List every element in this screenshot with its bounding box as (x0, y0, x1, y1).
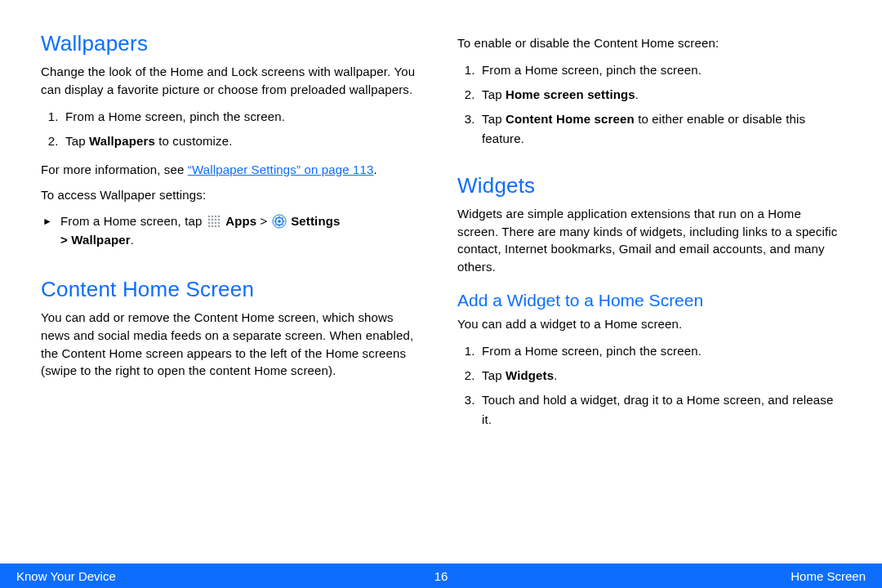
page-footer: Know Your Device 16 Home Screen (0, 564, 882, 588)
wallpapers-crossref: For more information, see “Wallpaper Set… (41, 161, 425, 179)
wallpapers-access-bullet: From a Home screen, tap Apps > (60, 212, 425, 249)
svg-point-18 (278, 220, 281, 223)
list-item: From a Home screen, pinch the screen. (479, 341, 841, 361)
step-text: From a Home screen, pinch the screen. (65, 109, 285, 123)
step-text: From a Home screen, pinch the screen. (482, 63, 702, 77)
step-text: Tap (65, 134, 89, 148)
xref-pre-text: For more information, see (41, 163, 188, 176)
bullet-text: From a Home screen, tap (60, 214, 206, 228)
settings-gear-icon (272, 214, 287, 229)
content-home-heading: Content Home Screen (41, 277, 425, 302)
wallpaper-settings-link[interactable]: “Wallpaper Settings” on page 113 (188, 163, 374, 176)
wallpapers-description: Change the look of the Home and Lock scr… (41, 63, 425, 99)
list-item: From a Home screen, pinch the screen. (479, 60, 841, 80)
add-widget-steps: From a Home screen, pinch the screen. Ta… (479, 341, 841, 430)
svg-point-13 (212, 225, 214, 228)
svg-point-6 (215, 219, 217, 221)
svg-line-25 (282, 218, 283, 219)
step-text: Touch and hold a widget, drag it to a Ho… (482, 393, 833, 426)
gt-sep: > (256, 214, 271, 228)
settings-label: Settings (291, 214, 340, 228)
svg-point-0 (208, 216, 211, 218)
step-text: . (554, 368, 557, 382)
step-text: to customize. (155, 134, 233, 148)
list-item: Tap Widgets. (479, 366, 841, 385)
right-column: To enable or disable the Content Home sc… (457, 31, 841, 555)
left-column: Wallpapers Change the look of the Home a… (41, 31, 425, 555)
step-bold: Content Home screen (506, 112, 635, 126)
svg-point-11 (218, 222, 220, 225)
apps-label: Apps (225, 214, 256, 228)
wallpaper-path-label: > Wallpaper (60, 233, 131, 247)
step-text: From a Home screen, pinch the screen. (482, 344, 702, 358)
svg-point-12 (208, 225, 211, 228)
bullet-post: . (131, 233, 134, 247)
apps-grid-icon (207, 215, 220, 228)
svg-point-5 (212, 219, 214, 221)
content-home-steps-intro: To enable or disable the Content Home sc… (457, 34, 841, 52)
step-text: Tap (482, 368, 506, 382)
list-item: Touch and hold a widget, drag it to a Ho… (479, 390, 841, 430)
footer-topic-label: Home Screen (791, 569, 866, 583)
svg-point-10 (215, 222, 217, 225)
footer-section-label: Know Your Device (16, 569, 116, 583)
list-item: Tap Wallpapers to customize. (62, 131, 425, 151)
step-text: Tap (482, 87, 506, 101)
list-item: Tap Home screen settings. (479, 85, 841, 105)
list-item: From a Home screen, pinch the screen. (62, 107, 425, 127)
svg-point-14 (215, 225, 217, 228)
add-widget-description: You can add a widget to a Home screen. (457, 315, 841, 333)
svg-point-2 (215, 216, 217, 218)
widgets-heading: Widgets (457, 173, 841, 198)
footer-page-number: 16 (0, 569, 882, 583)
wallpapers-steps: From a Home screen, pinch the screen. Ta… (62, 107, 425, 151)
wallpapers-access-intro: To access Wallpaper settings: (41, 186, 425, 204)
content-home-steps: From a Home screen, pinch the screen. Ta… (479, 60, 841, 149)
list-item: Tap Content Home screen to either enable… (479, 109, 841, 149)
svg-line-23 (275, 218, 276, 219)
manual-page: Wallpapers Change the look of the Home a… (0, 0, 882, 555)
svg-point-4 (208, 219, 211, 221)
svg-point-1 (212, 216, 214, 218)
content-home-description: You can add or remove the Content Home s… (41, 309, 425, 380)
svg-point-8 (208, 222, 211, 225)
widgets-description: Widgets are simple application extension… (457, 205, 841, 276)
step-bold: Wallpapers (89, 134, 155, 148)
xref-post-text: . (374, 163, 377, 176)
add-widget-heading: Add a Widget to a Home Screen (457, 291, 841, 310)
step-bold: Home screen settings (506, 87, 635, 101)
wallpapers-heading: Wallpapers (41, 31, 425, 56)
step-text: . (635, 87, 639, 101)
step-bold: Widgets (506, 368, 554, 382)
svg-line-24 (282, 224, 283, 225)
step-text: Tap (482, 112, 506, 126)
svg-point-9 (212, 222, 214, 225)
svg-point-3 (218, 216, 220, 218)
svg-point-7 (218, 219, 220, 221)
svg-point-15 (218, 225, 220, 228)
svg-line-26 (275, 224, 276, 225)
